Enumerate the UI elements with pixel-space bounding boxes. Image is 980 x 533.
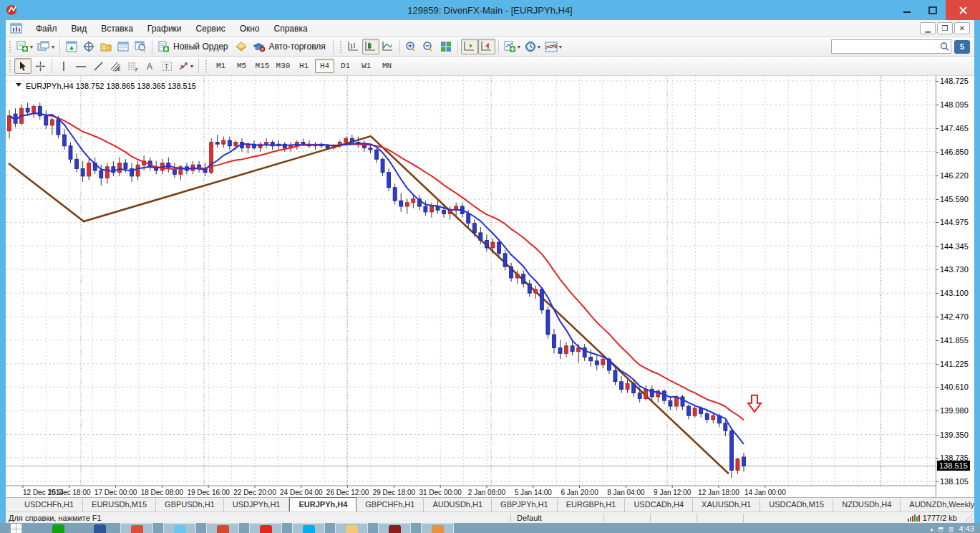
indicators-button[interactable]: ▾ — [502, 39, 523, 54]
maximize-button[interactable] — [920, 0, 946, 20]
candlestick-mode-button[interactable] — [362, 39, 379, 54]
mdi-close-button[interactable]: ✕ — [954, 22, 970, 34]
mdi-restore-button[interactable]: ❐ — [937, 22, 953, 34]
timeframe-h4[interactable]: H4 — [315, 59, 334, 73]
chart-shift-button[interactable] — [478, 39, 495, 54]
timeframe-d1[interactable]: D1 — [336, 59, 355, 73]
new-chart-button[interactable]: ▾ — [14, 39, 35, 54]
chart-plot-area[interactable]: 12 Dec 201415 Dec 18:0017 Dec 00:0018 De… — [6, 76, 936, 497]
start-button[interactable] — [6, 523, 27, 533]
chart-tab-nzdusdh-h4[interactable]: NZDUSDh,H4 — [833, 499, 901, 512]
mdi-minimize-button[interactable]: ▁ — [920, 22, 936, 34]
chart-tab-eurusdh-m15[interactable]: EURUSDh,M15 — [83, 499, 156, 512]
title-bar[interactable]: 129859: DivenFX-Main - [EURJPYh,H4] — [0, 0, 980, 20]
close-button[interactable] — [946, 0, 980, 20]
zoom-in-button[interactable] — [403, 39, 420, 54]
docs-app[interactable] — [89, 523, 110, 533]
opera-app[interactable] — [378, 523, 411, 533]
data-window-button[interactable] — [80, 39, 97, 54]
text-label-tool-button[interactable]: T — [158, 58, 175, 74]
chart-tab-audusdh-h1[interactable]: AUDUSDh,H1 — [424, 499, 492, 512]
chart-tab-usdchfh-h1[interactable]: USDCHFh,H1 — [16, 499, 83, 512]
skype-app[interactable] — [292, 523, 325, 533]
templates-button[interactable]: ▾ — [543, 39, 564, 54]
system-tray[interactable]: ▴ ⬒ ▥ 4:43 — [930, 523, 974, 533]
toolbar-grip[interactable] — [9, 59, 12, 72]
new-order-button[interactable]: Новый Ордер — [155, 39, 232, 54]
browser-app[interactable] — [421, 523, 454, 533]
periods-button[interactable]: ▾ — [523, 39, 543, 54]
profiles-button[interactable]: ▾ — [35, 39, 57, 54]
autotrading-button[interactable]: Авто-торговля — [250, 39, 330, 54]
arrows-tool-button[interactable]: ▾ — [175, 58, 195, 74]
status-cell-empty — [743, 514, 790, 522]
chart-tab-eurjpyh-h4[interactable]: EURJPYh,H4 — [289, 497, 356, 512]
tile-windows-button[interactable] — [437, 39, 455, 54]
yandex-app[interactable] — [249, 523, 282, 533]
price-scale[interactable]: 138.515 148.725148.095147.465146.850146.… — [936, 76, 974, 497]
timeframe-h1[interactable]: H1 — [294, 59, 314, 73]
terminal-button[interactable] — [115, 39, 132, 54]
trend-lines[interactable] — [9, 136, 729, 474]
auto-scroll-button[interactable] — [461, 39, 478, 54]
tray-icon[interactable]: ⬒ — [938, 526, 943, 532]
chart-tab-gbpusdh-h1[interactable]: GBPUSDh,H1 — [156, 499, 224, 512]
menu-item-графики[interactable]: Графики — [140, 21, 189, 36]
strategy-tester-button[interactable] — [132, 39, 149, 54]
menu-item-окно[interactable]: Окно — [233, 21, 267, 36]
store-app[interactable] — [47, 523, 69, 533]
chart-tab-gbpjpyh-h1[interactable]: GBPJPYh,H1 — [492, 499, 558, 512]
taskbar-clock[interactable]: 4:43 — [959, 524, 974, 533]
editor-app[interactable] — [206, 523, 239, 533]
toolbar-grip[interactable] — [205, 59, 208, 72]
timeframe-m1[interactable]: M1 — [211, 59, 231, 73]
market-watch-button[interactable] — [63, 39, 80, 54]
collapse-triangle-icon[interactable] — [16, 83, 21, 87]
candlestick-chart[interactable]: 12 Dec 201415 Dec 18:0017 Dec 00:0018 De… — [6, 76, 936, 497]
toolbar-grip[interactable] — [9, 40, 12, 53]
menu-item-сервис[interactable]: Сервис — [189, 21, 233, 36]
minimize-button[interactable] — [894, 0, 920, 20]
metaeditor-button[interactable] — [233, 39, 250, 54]
zoom-out-button[interactable] — [420, 39, 437, 54]
resize-grip[interactable] — [963, 513, 973, 523]
trendline-tool-button[interactable] — [89, 58, 107, 74]
search-icon[interactable] — [939, 42, 951, 52]
status-profile[interactable]: Default — [510, 514, 603, 522]
chart-tab-usdcadh-h4[interactable]: USDCADh,H4 — [625, 499, 693, 512]
text-tool-button[interactable]: A — [141, 58, 158, 74]
timeframe-mn[interactable]: MN — [377, 59, 397, 73]
menu-item-справка[interactable]: Справка — [267, 21, 315, 36]
timeframe-m5[interactable]: M5 — [232, 59, 251, 73]
timeframe-m30[interactable]: M30 — [273, 59, 293, 73]
menu-item-вид[interactable]: Вид — [64, 21, 94, 36]
chart-tab-usdjpyh-h1[interactable]: USDJPYh,H1 — [224, 499, 290, 512]
search-input[interactable] — [832, 41, 939, 52]
tray-icon[interactable]: ▥ — [949, 526, 954, 532]
menu-item-вставка[interactable]: Вставка — [94, 21, 140, 36]
chart-tab-audnzdh-weekly[interactable]: AUDNZDh,Weekly — [901, 499, 980, 512]
horizontal-line-tool-button[interactable] — [72, 58, 89, 74]
toolbar-grip[interactable] — [339, 40, 343, 53]
chart-tab-xauusdh-h1[interactable]: XAUUSDh,H1 — [693, 499, 760, 512]
channel-tool-button[interactable]: E — [107, 58, 124, 74]
cursor-tool-button[interactable] — [14, 58, 31, 74]
community-badge[interactable]: 5 — [954, 40, 970, 54]
chart-tab-usdcadh-m15[interactable]: USDCADh,M15 — [760, 499, 833, 512]
bar-chart-mode-button[interactable] — [345, 39, 362, 54]
fibonacci-tool-button[interactable]: F — [124, 58, 141, 74]
timeframe-w1[interactable]: W1 — [356, 59, 376, 73]
vertical-line-tool-button[interactable] — [55, 58, 72, 74]
crosshair-tool-button[interactable] — [31, 58, 49, 74]
down-arrow-annotation[interactable] — [748, 395, 761, 412]
chart-tab-eurgbph-h1[interactable]: EURGBPh,H1 — [558, 499, 626, 512]
files-app[interactable] — [335, 523, 368, 533]
line-chart-mode-button[interactable] — [379, 39, 397, 54]
menu-item-файл[interactable]: Файл — [29, 21, 64, 36]
chrome-app[interactable] — [120, 523, 153, 533]
navigator-button[interactable] — [97, 39, 115, 54]
timeframe-m15[interactable]: M15 — [253, 59, 272, 73]
media-app[interactable] — [163, 523, 196, 533]
tray-icon[interactable]: ▴ — [930, 526, 933, 532]
chart-tab-gbpchfh-h1[interactable]: GBPCHFh,H1 — [356, 499, 424, 512]
